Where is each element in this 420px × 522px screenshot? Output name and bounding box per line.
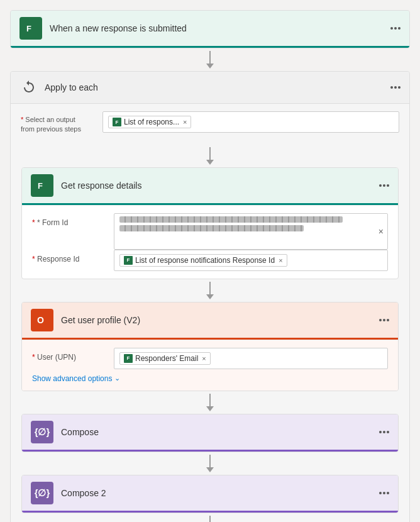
get-response-icon: F (31, 174, 53, 197)
user-upn-value[interactable]: F Responders' Email × (114, 348, 388, 369)
compose-title: Compose (61, 427, 379, 437)
list-responses-token: F List of respons... × (108, 116, 191, 128)
responders-email-token: F Responders' Email × (119, 352, 211, 365)
get-response-menu[interactable] (379, 184, 389, 187)
show-advanced-options[interactable]: Show advanced options ⌄ (32, 374, 388, 383)
arrow-2 (206, 145, 214, 167)
svg-text:F: F (26, 24, 31, 33)
trigger-icon: F (19, 17, 42, 40)
trigger-card: F When a new response is submitted (10, 10, 410, 48)
responders-email-close[interactable]: × (202, 355, 206, 362)
response-id-token: F List of response notifications Respons… (119, 254, 287, 267)
responders-email-label: Responders' Email (135, 354, 198, 363)
response-token-close[interactable]: × (279, 257, 282, 264)
apply-each-card: Apply to each * Select an outputfrom pre… (10, 71, 410, 522)
get-response-title: Get response details (61, 180, 379, 191)
apply-each-header: Apply to each (11, 72, 409, 104)
form-id-value[interactable]: × (114, 213, 388, 250)
apply-each-title: Apply to each (45, 82, 390, 92)
token-close[interactable]: × (183, 118, 187, 126)
user-profile-title: Get user profile (V2) (61, 315, 379, 325)
response-token-label: List of response notifications Response … (135, 256, 275, 265)
form-id-label: * * Form Id (32, 213, 114, 227)
apply-each-icon (19, 78, 38, 97)
compose2-card: {∅} Compose 2 (21, 475, 399, 513)
apply-each-body: * Select an outputfrom previous steps F … (11, 104, 409, 522)
response-id-value[interactable]: F List of response notifications Respons… (114, 250, 388, 271)
compose2-title: Compose 2 (61, 488, 379, 498)
response-token-icon: F (124, 256, 133, 265)
compose2-icon: {∅} (31, 482, 53, 504)
select-output-label: * Select an outputfrom previous steps (21, 111, 102, 135)
compose2-menu[interactable] (379, 492, 389, 494)
responders-email-icon: F (124, 354, 133, 363)
response-id-row: * Response Id F List of response notific… (32, 250, 388, 271)
inner-flow: F Get response details * * Form Id (21, 145, 399, 522)
user-upn-row: * User (UPN) F Responders' Email × (32, 348, 388, 369)
user-upn-label: * User (UPN) (32, 348, 114, 362)
svg-text:F: F (38, 181, 43, 191)
user-profile-menu[interactable] (379, 319, 389, 321)
get-response-body: * * Form Id × (22, 205, 398, 279)
form-id-row: * * Form Id × (32, 213, 388, 250)
arrow-4 (206, 391, 214, 414)
compose-icon: {∅} (31, 421, 53, 443)
chevron-down-icon: ⌄ (114, 374, 120, 382)
flow-container: F When a new response is submitted Apply… (10, 10, 410, 522)
response-id-label: * Response Id (32, 250, 114, 264)
apply-each-menu[interactable] (390, 86, 401, 89)
trigger-menu[interactable] (390, 27, 401, 30)
get-response-card: F Get response details * * Form Id (21, 167, 399, 279)
show-advanced-label: Show advanced options (32, 374, 112, 383)
arrow-5 (206, 452, 214, 475)
compose-card: {∅} Compose (21, 414, 399, 452)
token-label: List of respons... (124, 118, 179, 126)
arrow-3 (206, 279, 214, 302)
user-profile-icon: O (31, 309, 53, 331)
arrow-1 (206, 48, 214, 71)
select-output-value[interactable]: F List of respons... × (102, 111, 399, 133)
compose-menu[interactable] (379, 431, 389, 433)
arrow-6 (206, 513, 214, 522)
trigger-title: When a new response is submitted (50, 23, 390, 33)
user-profile-card: O Get user profile (V2) * User (UPN) (21, 302, 399, 391)
token-forms-icon: F (113, 118, 121, 126)
user-profile-body: * User (UPN) F Responders' Email × (22, 340, 398, 391)
svg-text:O: O (37, 315, 44, 325)
form-id-clear[interactable]: × (379, 226, 384, 236)
select-output-row: * Select an outputfrom previous steps F … (21, 111, 399, 135)
